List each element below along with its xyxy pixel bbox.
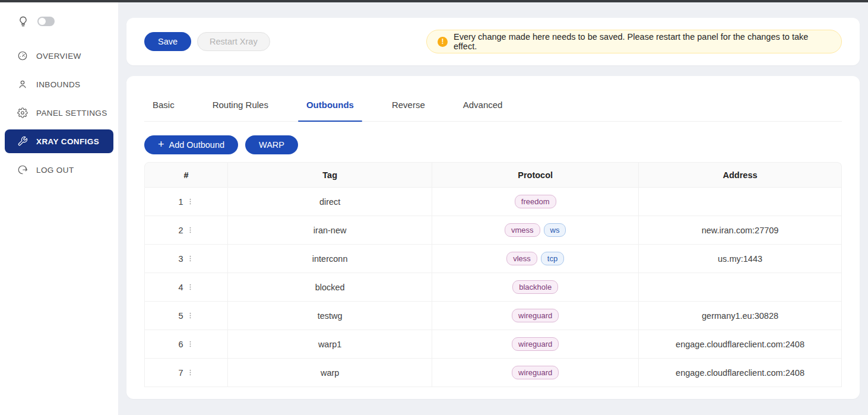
logout-icon [17, 164, 28, 175]
warning-alert: ! Every change made here needs to be sav… [426, 30, 842, 53]
row-number: 4 [178, 283, 183, 292]
table-row: 3 interconn vlesstcp us.my:1443 [144, 245, 842, 273]
sidebar-item-label: INBOUNDS [36, 80, 80, 89]
row-address: engage.cloudflareclient.com:2408 [676, 340, 804, 349]
save-button[interactable]: Save [144, 32, 191, 51]
table-row: 4 blocked blackhole [144, 273, 842, 302]
row-address: germany1.eu:30828 [702, 311, 778, 321]
column-header-protocol: Protocol [432, 162, 639, 188]
lightbulb-icon [17, 15, 29, 27]
row-protocols: freedom [513, 197, 558, 206]
table-row: 1 direct freedom [144, 188, 842, 216]
table-row: 6 warp1 wireguard engage.cloudflareclien… [144, 330, 842, 359]
tab-reverse[interactable]: Reverse [384, 100, 433, 121]
theme-toggle-knob [39, 18, 46, 25]
row-protocols: vmessws [503, 225, 568, 235]
user-icon [17, 79, 28, 90]
row-menu-dots-icon[interactable] [186, 283, 194, 291]
table-row: 5 testwg wireguard germany1.eu:30828 [144, 302, 842, 330]
row-number: 7 [178, 368, 183, 378]
protocol-badge-wireguard: wireguard [512, 366, 559, 379]
row-number: 2 [178, 226, 183, 235]
row-menu-dots-icon[interactable] [186, 369, 194, 376]
warp-button[interactable]: WARP [245, 135, 298, 154]
table-actions-row: + Add Outbound WARP [144, 135, 842, 154]
theme-toggle[interactable] [37, 17, 55, 26]
column-header-number: # [144, 162, 228, 188]
row-tag: interconn [312, 254, 348, 264]
add-outbound-label: Add Outbound [169, 140, 225, 150]
xray-configs-card: BasicRouting RulesOutboundsReverseAdvanc… [126, 76, 860, 399]
table-row: 7 warp wireguard engage.cloudflareclient… [144, 359, 842, 387]
sidebar-item-overview[interactable]: OVERVIEW [0, 44, 118, 68]
row-number: 3 [178, 254, 183, 264]
sidebar-item-label: LOG OUT [36, 166, 74, 175]
tab-routing-rules[interactable]: Routing Rules [204, 100, 277, 121]
tab-outbounds[interactable]: Outbounds [298, 100, 362, 121]
protocol-badge-vmess: vmess [505, 223, 540, 237]
row-address: new.iran.com:27709 [702, 226, 779, 235]
row-tag: iran-new [313, 226, 347, 235]
protocol-badge-vless: vless [506, 252, 537, 265]
warning-alert-text: Every change made here needs to be saved… [454, 32, 831, 51]
row-tag: testwg [318, 311, 343, 321]
dashboard-icon [17, 50, 28, 61]
row-number: 5 [178, 311, 183, 321]
row-number: 1 [178, 197, 183, 207]
row-address: us.my:1443 [718, 254, 762, 264]
row-protocols: blackhole [511, 282, 560, 292]
protocol-badge-wireguard: wireguard [512, 337, 559, 351]
theme-switch-row [0, 14, 118, 28]
protocol-badge-freedom: freedom [515, 195, 556, 208]
sidebar-menu: OVERVIEW INBOUNDS PANEL SETTINGS XRAY CO… [0, 42, 118, 184]
column-header-tag: Tag [228, 162, 432, 188]
row-menu-dots-icon[interactable] [186, 312, 194, 319]
top-window-strip [0, 0, 868, 2]
exclamation-circle-icon: ! [438, 37, 448, 47]
wrench-icon [17, 136, 28, 147]
table-header-row: # Tag Protocol Address [144, 162, 842, 188]
row-menu-dots-icon[interactable] [186, 226, 194, 234]
gear-icon [17, 107, 28, 118]
row-menu-dots-icon[interactable] [186, 340, 194, 348]
column-header-address: Address [639, 162, 842, 188]
toolbar-card: Save Restart Xray ! Every change made he… [126, 18, 860, 65]
main-area: Save Restart Xray ! Every change made he… [118, 0, 868, 415]
sidebar-item-panel-settings[interactable]: PANEL SETTINGS [0, 101, 118, 125]
tab-advanced[interactable]: Advanced [455, 100, 511, 121]
protocol-badge-blackhole: blackhole [512, 280, 558, 294]
row-tag: warp1 [318, 340, 342, 349]
sidebar-item-label: XRAY CONFIGS [36, 137, 99, 146]
sidebar-item-inbounds[interactable]: INBOUNDS [0, 72, 118, 96]
plus-icon: + [158, 139, 164, 150]
table-row: 2 iran-new vmessws new.iran.com:27709 [144, 216, 842, 245]
row-number: 6 [178, 340, 183, 349]
row-protocols: wireguard [510, 368, 560, 377]
sidebar-item-label: PANEL SETTINGS [36, 109, 107, 118]
row-menu-dots-icon[interactable] [186, 198, 194, 205]
protocol-badge-tcp: tcp [541, 252, 564, 265]
tab-basic[interactable]: Basic [144, 100, 183, 121]
restart-xray-button[interactable]: Restart Xray [197, 32, 270, 51]
row-tag: blocked [315, 283, 345, 292]
config-tabs: BasicRouting RulesOutboundsReverseAdvanc… [144, 100, 842, 122]
row-protocols: wireguard [510, 311, 560, 320]
sidebar-item-label: OVERVIEW [36, 52, 81, 61]
sidebar-item-xray-configs[interactable]: XRAY CONFIGS [5, 129, 113, 153]
sidebar: OVERVIEW INBOUNDS PANEL SETTINGS XRAY CO… [0, 0, 118, 415]
row-menu-dots-icon[interactable] [186, 255, 194, 262]
protocol-badge-wireguard: wireguard [512, 309, 559, 322]
protocol-badge-ws: ws [544, 223, 566, 237]
row-tag: warp [321, 368, 339, 378]
row-tag: direct [319, 197, 340, 207]
sidebar-item-log-out[interactable]: LOG OUT [0, 158, 118, 182]
row-protocols: vlesstcp [505, 254, 566, 263]
row-protocols: wireguard [510, 339, 560, 349]
outbounds-table: # Tag Protocol Address 1 direct freedom [144, 162, 842, 387]
add-outbound-button[interactable]: + Add Outbound [144, 135, 238, 154]
row-address: engage.cloudflareclient.com:2408 [676, 368, 804, 378]
